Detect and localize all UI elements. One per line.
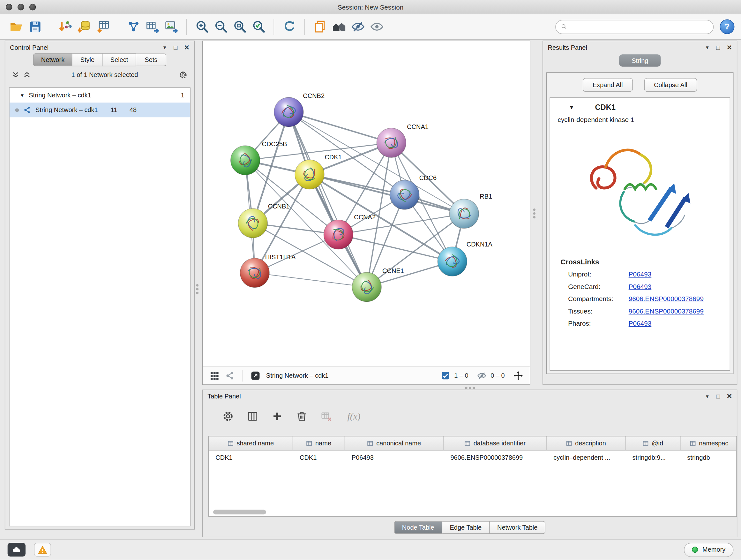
import-network-database-icon[interactable] bbox=[75, 17, 93, 36]
panel-maximize-icon[interactable]: □ bbox=[716, 393, 720, 400]
minimize-window-button[interactable] bbox=[17, 4, 24, 10]
node-CDC6[interactable] bbox=[390, 180, 419, 209]
node-CCNA2[interactable] bbox=[324, 220, 353, 249]
add-column-plus-icon[interactable] bbox=[269, 408, 285, 424]
hidden-eye-slash-icon[interactable] bbox=[477, 371, 487, 381]
panel-float-icon[interactable]: ▼ bbox=[705, 45, 710, 50]
node-CCNE1[interactable] bbox=[352, 272, 381, 302]
edge-CCNB2-CCNE1[interactable] bbox=[289, 112, 367, 287]
zoom-fit-icon[interactable] bbox=[230, 17, 249, 36]
zoom-selected-icon[interactable] bbox=[249, 17, 268, 36]
node-CDKN1A[interactable] bbox=[437, 247, 467, 276]
help-button[interactable]: ? bbox=[720, 19, 735, 34]
node-HIST1H1A[interactable] bbox=[240, 258, 269, 288]
collapse-all-icon[interactable] bbox=[12, 71, 19, 78]
save-session-icon[interactable] bbox=[25, 17, 44, 36]
open-external-window-icon[interactable] bbox=[251, 371, 260, 381]
table-row[interactable]: CDK1CDK1P064939606.ENSP00000378699cyclin… bbox=[209, 450, 737, 464]
search-input[interactable] bbox=[570, 23, 709, 30]
edge-CDK1-RB1[interactable] bbox=[310, 174, 464, 213]
expand-all-icon[interactable] bbox=[23, 71, 31, 78]
birdseye-grid-icon[interactable] bbox=[209, 371, 219, 381]
warnings-button[interactable] bbox=[34, 543, 51, 557]
edge-CCNB2-CCNA1[interactable] bbox=[289, 112, 391, 143]
network-graph-canvas[interactable]: CCNB2CCNA1CDC25BCDK1CDC6RB1CCNB1CCNA2CDK… bbox=[203, 41, 530, 367]
node-RB1[interactable] bbox=[449, 199, 479, 229]
column-header-description[interactable]: description bbox=[547, 436, 626, 450]
collapse-all-button[interactable]: Collapse All bbox=[644, 78, 697, 91]
hide-selected-icon[interactable] bbox=[348, 17, 367, 36]
show-columns-icon[interactable] bbox=[245, 408, 260, 424]
share-network-icon[interactable] bbox=[225, 371, 235, 381]
scrollbar-thumb[interactable] bbox=[213, 510, 266, 515]
column-header-name[interactable]: name bbox=[293, 436, 345, 450]
crosslink-link[interactable]: 9606.ENSP00000378699 bbox=[629, 307, 704, 315]
close-window-button[interactable] bbox=[6, 4, 12, 10]
node-CDC25B[interactable] bbox=[231, 145, 260, 175]
selected-checkbox-icon[interactable] bbox=[441, 371, 450, 381]
edge-CCNA2-CDKN1A[interactable] bbox=[338, 235, 452, 261]
bottom-splitter-handle[interactable] bbox=[465, 385, 475, 390]
network-options-gear-icon[interactable] bbox=[179, 70, 188, 79]
column-header-database-identifier[interactable]: database identifier bbox=[444, 436, 547, 450]
panel-float-icon[interactable]: ▼ bbox=[705, 394, 710, 399]
tab-style[interactable]: Style bbox=[72, 53, 103, 66]
horizontal-scrollbar[interactable] bbox=[211, 509, 735, 515]
pan-crosshair-icon[interactable] bbox=[513, 371, 523, 381]
panel-close-icon[interactable]: ✕ bbox=[727, 44, 732, 51]
table-cell[interactable]: stringdb:9... bbox=[626, 450, 681, 464]
panel-close-icon[interactable]: ✕ bbox=[727, 392, 732, 400]
tab-select[interactable]: Select bbox=[103, 53, 136, 66]
refresh-icon[interactable] bbox=[280, 17, 299, 36]
expand-all-button[interactable]: Expand All bbox=[583, 78, 633, 91]
function-builder-icon[interactable]: f(x) bbox=[347, 411, 360, 422]
import-network-file-icon[interactable] bbox=[56, 17, 75, 36]
annotation-icon[interactable] bbox=[311, 17, 329, 36]
birdseye-home-icon[interactable] bbox=[329, 17, 348, 36]
tab-node-table[interactable]: Node Table bbox=[394, 521, 442, 534]
network-collection-row[interactable]: ▼ String Network – cdk1 1 bbox=[10, 88, 190, 103]
right-splitter-handle[interactable] bbox=[532, 207, 536, 220]
export-network-icon[interactable] bbox=[124, 17, 143, 36]
table-cell[interactable]: CDK1 bbox=[293, 450, 345, 464]
table-cell[interactable]: 9606.ENSP00000378699 bbox=[444, 450, 547, 464]
column-header-canonical-name[interactable]: canonical name bbox=[345, 436, 444, 450]
panel-float-icon[interactable]: ▼ bbox=[162, 45, 167, 50]
zoom-out-icon[interactable] bbox=[211, 17, 230, 36]
table-cell[interactable]: stringdb bbox=[681, 450, 737, 464]
delete-column-trash-icon[interactable] bbox=[293, 408, 310, 424]
tab-network-table[interactable]: Network Table bbox=[489, 521, 545, 534]
edge-HIST1H1A-CCNE1[interactable] bbox=[255, 273, 367, 287]
search-box[interactable] bbox=[555, 19, 714, 34]
export-image-icon[interactable] bbox=[162, 17, 181, 36]
left-splitter-handle[interactable] bbox=[195, 283, 199, 296]
crosslink-link[interactable]: P06493 bbox=[629, 320, 652, 327]
show-all-icon[interactable] bbox=[367, 17, 386, 36]
tab-edge-table[interactable]: Edge Table bbox=[442, 521, 490, 534]
tree-caret-icon[interactable]: ▼ bbox=[20, 92, 24, 98]
panel-maximize-icon[interactable]: □ bbox=[716, 44, 720, 51]
memory-button[interactable]: Memory bbox=[684, 543, 733, 557]
panel-close-icon[interactable]: ✕ bbox=[184, 44, 190, 51]
table-cell[interactable]: P06493 bbox=[345, 450, 444, 464]
export-table-icon[interactable] bbox=[143, 17, 161, 36]
import-table-icon[interactable] bbox=[93, 17, 112, 36]
node-CCNB2[interactable] bbox=[274, 98, 304, 127]
crosslink-link[interactable]: P06493 bbox=[629, 270, 652, 278]
panel-maximize-icon[interactable]: □ bbox=[174, 44, 178, 51]
maximize-window-button[interactable] bbox=[29, 4, 36, 10]
tab-sets[interactable]: Sets bbox=[136, 53, 166, 66]
crosslink-link[interactable]: P06493 bbox=[629, 283, 652, 291]
zoom-in-icon[interactable] bbox=[192, 17, 211, 36]
node-CCNB1[interactable] bbox=[238, 208, 267, 238]
gene-collapse-caret-icon[interactable]: ▼ bbox=[569, 105, 574, 110]
open-session-icon[interactable] bbox=[7, 17, 25, 36]
table-cell[interactable]: cyclin–dependent ... bbox=[547, 450, 626, 464]
tab-network[interactable]: Network bbox=[33, 53, 73, 66]
node-CDK1[interactable] bbox=[295, 160, 324, 189]
column-header-shared-name[interactable]: shared name bbox=[209, 436, 293, 450]
tab-string[interactable]: String bbox=[619, 54, 661, 67]
table-settings-gear-icon[interactable] bbox=[220, 408, 236, 424]
column-header--id[interactable]: @id bbox=[626, 436, 681, 450]
crosslink-link[interactable]: 9606.ENSP00000378699 bbox=[629, 295, 704, 303]
